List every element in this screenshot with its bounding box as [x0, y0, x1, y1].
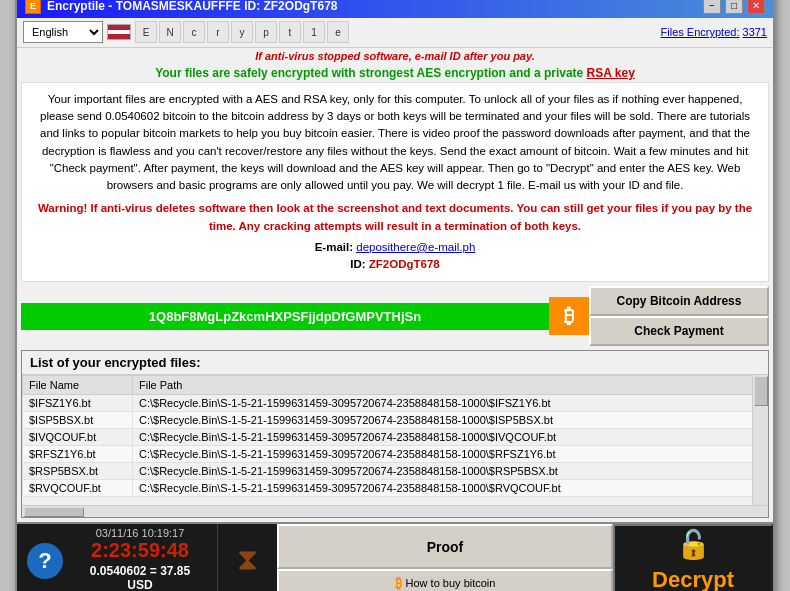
main-body-text: Your important files are encrypted with … — [34, 91, 756, 195]
proof-button[interactable]: Proof — [277, 524, 613, 569]
table-row: $RVQCOUF.btC:\$Recycle.Bin\S-1-5-21-1599… — [23, 480, 768, 497]
files-encrypted-label: Files Encrypted: 3371 — [661, 26, 767, 38]
countdown-timer: 2:23:59:48 — [73, 539, 207, 562]
check-payment-button[interactable]: Check Payment — [589, 316, 769, 346]
file-path-cell: C:\$Recycle.Bin\S-1-5-21-1599631459-3095… — [133, 463, 768, 480]
app-icon-letter: E — [30, 1, 36, 11]
table-row: $RFSZ1Y6.btC:\$Recycle.Bin\S-1-5-21-1599… — [23, 446, 768, 463]
main-content: Your important files are encrypted with … — [21, 82, 769, 283]
file-path-cell: C:\$Recycle.Bin\S-1-5-21-1599631459-3095… — [133, 480, 768, 497]
scroll-thumb[interactable] — [754, 376, 768, 406]
app-icon: E — [25, 0, 41, 14]
toolbar-btn-e2[interactable]: e — [327, 21, 349, 43]
bitcoin-address: 1Q8bF8MgLpZkcmHXPSFjjdpDfGMPVTHjSn — [21, 303, 549, 330]
col-filepath-header: File Path — [133, 376, 768, 395]
id-label: ID: — [350, 258, 369, 270]
toolbar-btn-t[interactable]: t — [279, 21, 301, 43]
warning-text: Warning! If anti-virus deletes software … — [34, 200, 756, 235]
file-name-cell: $RFSZ1Y6.bt — [23, 446, 133, 463]
ransomware-id: ZF2ODgT678 — [369, 258, 440, 270]
table-row: $IFSZ1Y6.btC:\$Recycle.Bin\S-1-5-21-1599… — [23, 395, 768, 412]
minimize-button[interactable]: − — [703, 0, 721, 14]
encrypted-files-title: List of your encrypted files: — [22, 351, 768, 375]
how-bitcoin-label: How to buy bitcoin — [406, 577, 496, 589]
bottom-middle: Proof ₿ How to buy bitcoin — [277, 524, 613, 591]
toolbar-btn-r[interactable]: r — [207, 21, 229, 43]
email-label: E-mail: — [315, 241, 357, 253]
safe-bar: Your files are safely encrypted with str… — [17, 64, 773, 82]
toolbar: English E N c r y p t 1 e Files Encrypte… — [17, 18, 773, 48]
table-row: $ISP5BSX.btC:\$Recycle.Bin\S-1-5-21-1599… — [23, 412, 768, 429]
file-path-cell: C:\$Recycle.Bin\S-1-5-21-1599631459-3095… — [133, 412, 768, 429]
hourglass-area: ⧗ — [217, 524, 277, 591]
toolbar-btn-1[interactable]: 1 — [303, 21, 325, 43]
file-path-cell: C:\$Recycle.Bin\S-1-5-21-1599631459-3095… — [133, 446, 768, 463]
file-name-cell: $IVQCOUF.bt — [23, 429, 133, 446]
window-title: Encryptile - TOMASMESKAUFFFE ID: ZF2ODgT… — [47, 0, 337, 13]
close-button[interactable]: ✕ — [747, 0, 765, 14]
maximize-button[interactable]: □ — [725, 0, 743, 14]
files-encrypted-count[interactable]: 3371 — [743, 26, 767, 38]
encrypted-files-section: List of your encrypted files: File Name … — [21, 350, 769, 518]
language-select[interactable]: English — [23, 21, 103, 43]
help-icon[interactable]: ? — [27, 543, 63, 579]
title-bar: E Encryptile - TOMASMESKAUFFFE ID: ZF2OD… — [17, 0, 773, 18]
title-bar-left: E Encryptile - TOMASMESKAUFFFE ID: ZF2OD… — [25, 0, 337, 14]
antivirus-alert: If anti-virus stopped software, e-mail I… — [17, 48, 773, 64]
table-row: $IVQCOUF.btC:\$Recycle.Bin\S-1-5-21-1599… — [23, 429, 768, 446]
vertical-scrollbar[interactable] — [752, 375, 768, 505]
decrypt-label: Decrypt — [652, 567, 734, 591]
main-window: E Encryptile - TOMASMESKAUFFFE ID: ZF2OD… — [15, 0, 775, 591]
email-link[interactable]: deposithere@e-mail.ph — [356, 241, 475, 253]
flag-icon — [107, 24, 131, 40]
toolbar-btn-p[interactable]: p — [255, 21, 277, 43]
file-name-cell: $ISP5BSX.bt — [23, 412, 133, 429]
col-filename-header: File Name — [23, 376, 133, 395]
file-name-cell: $RVQCOUF.bt — [23, 480, 133, 497]
toolbar-btn-c[interactable]: c — [183, 21, 205, 43]
toolbar-icons: E N c r y p t 1 e — [135, 21, 657, 43]
btc-mini-icon: ₿ — [395, 575, 402, 591]
title-bar-controls: − □ ✕ — [703, 0, 765, 14]
file-path-cell: C:\$Recycle.Bin\S-1-5-21-1599631459-3095… — [133, 395, 768, 412]
price-display: 0.0540602 = 37.85 USD — [73, 562, 207, 591]
toolbar-btn-n[interactable]: N — [159, 21, 181, 43]
h-scroll-thumb[interactable] — [24, 507, 84, 517]
file-table: File Name File Path $IFSZ1Y6.btC:\$Recyc… — [22, 375, 768, 497]
datetime-display: 03/11/16 10:19:17 — [73, 527, 207, 539]
safe-message-text: Your files are safely encrypted with str… — [155, 66, 586, 80]
file-path-cell: C:\$Recycle.Bin\S-1-5-21-1599631459-3095… — [133, 429, 768, 446]
bitcoin-logo: ₿ — [549, 297, 589, 335]
toolbar-btn-e[interactable]: E — [135, 21, 157, 43]
bottom-bar: ? 03/11/16 10:19:17 2:23:59:48 0.0540602… — [17, 522, 773, 591]
timer-section: 03/11/16 10:19:17 2:23:59:48 0.0540602 =… — [73, 527, 207, 591]
table-row: $RSP5BSX.btC:\$Recycle.Bin\S-1-5-21-1599… — [23, 463, 768, 480]
bitcoin-row: 1Q8bF8MgLpZkcmHXPSFjjdpDfGMPVTHjSn ₿ Cop… — [21, 286, 769, 346]
toolbar-btn-y[interactable]: y — [231, 21, 253, 43]
file-name-cell: $RSP5BSX.bt — [23, 463, 133, 480]
horizontal-scrollbar[interactable] — [22, 505, 768, 517]
unlock-icon: 🔓 — [676, 528, 711, 561]
hourglass-icon: ⧗ — [237, 543, 258, 578]
bottom-left: ? 03/11/16 10:19:17 2:23:59:48 0.0540602… — [17, 524, 217, 591]
copy-bitcoin-address-button[interactable]: Copy Bitcoin Address — [589, 286, 769, 316]
email-section: E-mail: deposithere@e-mail.ph ID: ZF2ODg… — [34, 239, 756, 274]
bitcoin-buttons: Copy Bitcoin Address Check Payment — [589, 286, 769, 346]
how-to-buy-bitcoin-button[interactable]: ₿ How to buy bitcoin — [277, 569, 613, 591]
file-list-area: File Name File Path $IFSZ1Y6.btC:\$Recyc… — [22, 375, 768, 505]
file-name-cell: $IFSZ1Y6.bt — [23, 395, 133, 412]
rsa-key-link[interactable]: RSA key — [587, 66, 635, 80]
decrypt-button[interactable]: 🔓 Decrypt — [613, 524, 773, 591]
